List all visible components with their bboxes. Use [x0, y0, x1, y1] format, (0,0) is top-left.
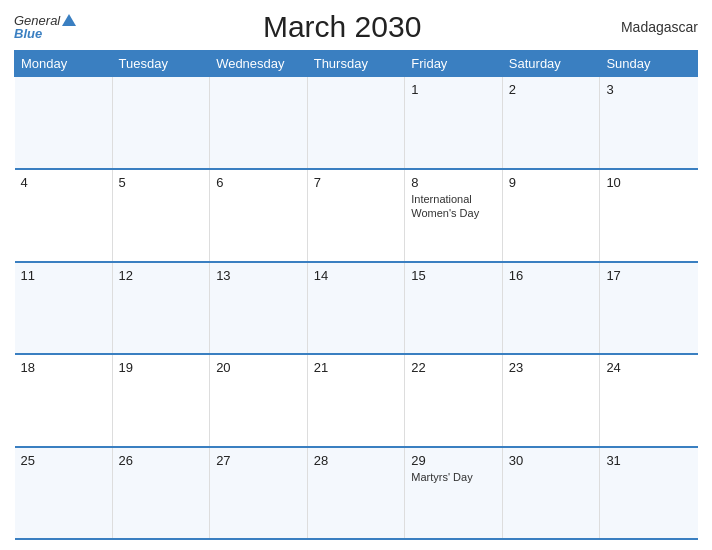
- country-label: Madagascar: [608, 19, 698, 35]
- calendar-cell: 5: [112, 169, 210, 262]
- header-wednesday: Wednesday: [210, 51, 308, 77]
- calendar-cell: 24: [600, 354, 698, 447]
- calendar-cell: 2: [502, 77, 600, 170]
- calendar-cell: 15: [405, 262, 503, 355]
- calendar-cell: 3: [600, 77, 698, 170]
- calendar-title: March 2030: [76, 10, 608, 44]
- day-number: 17: [606, 268, 691, 283]
- day-number: 22: [411, 360, 496, 375]
- day-number: 14: [314, 268, 399, 283]
- calendar-cell: 23: [502, 354, 600, 447]
- day-number: 12: [119, 268, 204, 283]
- calendar-cell: 18: [15, 354, 113, 447]
- header: General Blue March 2030 Madagascar: [14, 10, 698, 44]
- calendar-cell: 10: [600, 169, 698, 262]
- day-number: 1: [411, 82, 496, 97]
- header-friday: Friday: [405, 51, 503, 77]
- day-number: 13: [216, 268, 301, 283]
- calendar-cell: 29Martyrs' Day: [405, 447, 503, 540]
- calendar-week-row: 11121314151617: [15, 262, 698, 355]
- day-number: 28: [314, 453, 399, 468]
- day-number: 6: [216, 175, 301, 190]
- calendar-cell: 1: [405, 77, 503, 170]
- day-number: 20: [216, 360, 301, 375]
- event-label: Martyrs' Day: [411, 470, 496, 484]
- calendar-cell: 11: [15, 262, 113, 355]
- day-number: 9: [509, 175, 594, 190]
- day-number: 25: [21, 453, 106, 468]
- day-number: 19: [119, 360, 204, 375]
- calendar-cell: 26: [112, 447, 210, 540]
- calendar-cell: 8International Women's Day: [405, 169, 503, 262]
- calendar-cell: 17: [600, 262, 698, 355]
- calendar-cell: 16: [502, 262, 600, 355]
- day-number: 23: [509, 360, 594, 375]
- calendar-week-row: 45678International Women's Day910: [15, 169, 698, 262]
- calendar-cell: 25: [15, 447, 113, 540]
- calendar-cell: 31: [600, 447, 698, 540]
- header-monday: Monday: [15, 51, 113, 77]
- day-number: 30: [509, 453, 594, 468]
- day-number: 7: [314, 175, 399, 190]
- header-thursday: Thursday: [307, 51, 405, 77]
- day-number: 26: [119, 453, 204, 468]
- calendar-cell: 9: [502, 169, 600, 262]
- logo-blue-text: Blue: [14, 27, 42, 40]
- calendar-cell: 22: [405, 354, 503, 447]
- header-saturday: Saturday: [502, 51, 600, 77]
- day-number: 3: [606, 82, 691, 97]
- calendar-cell: 13: [210, 262, 308, 355]
- day-number: 31: [606, 453, 691, 468]
- calendar-cell: 21: [307, 354, 405, 447]
- logo: General Blue: [14, 14, 76, 40]
- calendar-week-row: 2526272829Martyrs' Day3031: [15, 447, 698, 540]
- calendar-cell: 28: [307, 447, 405, 540]
- calendar-cell: [112, 77, 210, 170]
- header-tuesday: Tuesday: [112, 51, 210, 77]
- calendar-cell: 12: [112, 262, 210, 355]
- calendar-cell: 6: [210, 169, 308, 262]
- calendar-cell: [15, 77, 113, 170]
- calendar-week-row: 123: [15, 77, 698, 170]
- calendar-cell: 27: [210, 447, 308, 540]
- calendar-container: General Blue March 2030 Madagascar Monda…: [0, 0, 712, 550]
- calendar-week-row: 18192021222324: [15, 354, 698, 447]
- calendar-cell: 14: [307, 262, 405, 355]
- day-number: 2: [509, 82, 594, 97]
- calendar-cell: [307, 77, 405, 170]
- day-number: 15: [411, 268, 496, 283]
- day-number: 21: [314, 360, 399, 375]
- calendar-cell: 7: [307, 169, 405, 262]
- day-number: 16: [509, 268, 594, 283]
- logo-triangle-icon: [62, 14, 76, 26]
- calendar-cell: 19: [112, 354, 210, 447]
- calendar-cell: [210, 77, 308, 170]
- weekday-header-row: Monday Tuesday Wednesday Thursday Friday…: [15, 51, 698, 77]
- day-number: 4: [21, 175, 106, 190]
- day-number: 10: [606, 175, 691, 190]
- day-number: 5: [119, 175, 204, 190]
- calendar-cell: 20: [210, 354, 308, 447]
- day-number: 24: [606, 360, 691, 375]
- calendar-table: Monday Tuesday Wednesday Thursday Friday…: [14, 50, 698, 540]
- day-number: 18: [21, 360, 106, 375]
- day-number: 27: [216, 453, 301, 468]
- calendar-cell: 4: [15, 169, 113, 262]
- event-label: International Women's Day: [411, 192, 496, 221]
- day-number: 29: [411, 453, 496, 468]
- day-number: 8: [411, 175, 496, 190]
- day-number: 11: [21, 268, 106, 283]
- calendar-cell: 30: [502, 447, 600, 540]
- header-sunday: Sunday: [600, 51, 698, 77]
